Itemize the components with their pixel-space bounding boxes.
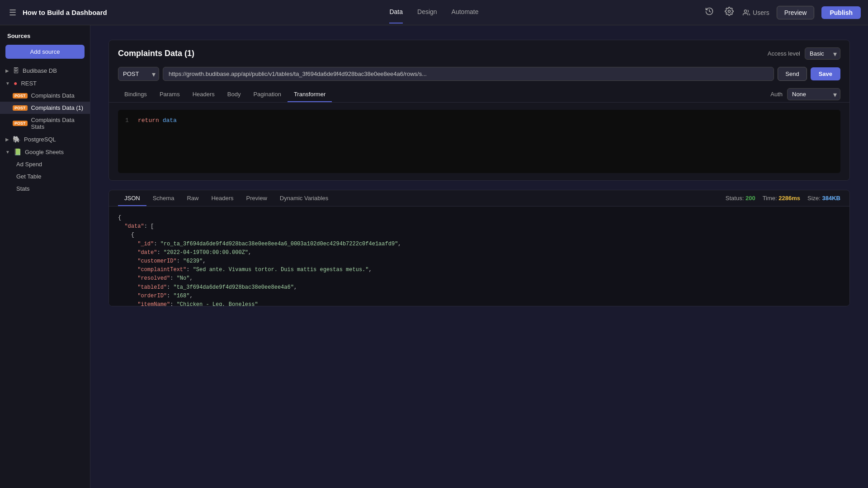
sidebar-label-google-sheets: Google Sheets [25, 149, 64, 155]
sidebar-item-budibase-db[interactable]: ▶ 🗄 Budibase DB [0, 64, 90, 77]
json-line: { [118, 231, 840, 239]
menu-icon[interactable]: ☰ [7, 6, 18, 19]
time-value: 2286ms [778, 195, 800, 202]
tab-data[interactable]: Data [389, 8, 403, 17]
topbar-right: Users Preview Publish [743, 5, 861, 20]
sidebar-item-complaints-data-stats[interactable]: POST Complaints Data Stats [0, 114, 90, 133]
sidebar-label-rest: REST [21, 80, 37, 87]
response-status-area: Status: 200 Time: 2286ms Size: 384KB [726, 195, 840, 202]
post-badge-1: POST [13, 105, 28, 111]
sidebar-item-rest[interactable]: ▼ ● REST [0, 77, 90, 89]
tab-bindings[interactable]: Bindings [118, 86, 153, 102]
sidebar-label-ad-spend: Ad Spend [16, 161, 42, 168]
app-title: How to Build a Dashboard [23, 9, 107, 16]
method-select[interactable]: POST GET PUT DELETE [118, 67, 159, 81]
json-line: "data": [ [118, 222, 840, 231]
response-tab-dynamic-vars[interactable]: Dynamic Variables [274, 190, 335, 206]
chevron-right-icon: ▶ [5, 68, 9, 73]
time-area: Time: 2286ms [763, 195, 800, 202]
query-title: Complaints Data (1) [118, 49, 194, 58]
main-content: Complaints Data (1) Access level Basic P… [90, 25, 868, 488]
svg-point-0 [728, 10, 731, 13]
sidebar-label-budibase-db: Budibase DB [23, 67, 57, 74]
sidebar-item-complaints-data[interactable]: POST Complaints Data [0, 89, 90, 102]
tab-automate[interactable]: Automate [452, 8, 479, 17]
query-tab-bar: Bindings Params Headers Body Pagination … [109, 86, 849, 103]
tab-body[interactable]: Body [221, 86, 247, 102]
response-tab-raw[interactable]: Raw [180, 190, 205, 206]
method-select-wrapper: POST GET PUT DELETE [118, 67, 159, 81]
tab-headers[interactable]: Headers [186, 86, 221, 102]
auth-label: Auth [770, 91, 783, 98]
settings-icon[interactable] [723, 5, 736, 20]
url-input[interactable] [163, 67, 774, 81]
auth-select[interactable]: None Bearer Token Basic Auth [787, 88, 840, 100]
url-bar: POST GET PUT DELETE Send Save [109, 67, 849, 86]
history-icon[interactable] [703, 5, 716, 20]
rest-icon: ● [14, 80, 17, 87]
keyword-return: return [138, 117, 159, 124]
sidebar: Sources Add source ▶ 🗄 Budibase DB ▼ ● R… [0, 25, 90, 488]
sidebar-item-google-sheets[interactable]: ▼ 📗 Google Sheets [0, 145, 90, 158]
code-line-1: 1 return data [125, 117, 833, 124]
code-editor[interactable]: 1 return data [118, 110, 840, 173]
json-line: { [118, 214, 840, 222]
sidebar-item-stats[interactable]: Stats [0, 183, 90, 195]
keyword-data: data [163, 117, 177, 124]
tab-design[interactable]: Design [417, 8, 437, 17]
size-value: 384KB [822, 195, 840, 202]
sidebar-item-postgresql[interactable]: ▶ 🐘 PostgreSQL [0, 133, 90, 145]
status-label: Status: 200 [726, 195, 755, 202]
response-tab-json[interactable]: JSON [118, 190, 146, 206]
access-label: Access level [768, 50, 800, 57]
topbar-center: Data Design Automate [125, 8, 743, 17]
json-line: "date": "2022-04-19T00:00:00.000Z", [118, 249, 840, 257]
pg-icon: 🐘 [13, 136, 20, 143]
add-source-button[interactable]: Add source [5, 45, 85, 59]
response-tab-schema[interactable]: Schema [146, 190, 181, 206]
line-number: 1 [125, 117, 132, 124]
preview-button[interactable]: Preview [777, 6, 815, 19]
users-button[interactable]: Users [743, 9, 769, 16]
users-label: Users [753, 9, 769, 16]
access-select[interactable]: Basic Public Power Admin [805, 47, 840, 60]
auth-select-wrapper: None Bearer Token Basic Auth [787, 88, 840, 100]
sidebar-label-complaints-data: Complaints Data [31, 92, 75, 99]
db-icon: 🗄 [13, 67, 19, 74]
svg-point-1 [744, 10, 746, 12]
json-line: "orderID": "168", [118, 292, 840, 300]
topbar-left: ☰ How to Build a Dashboard [7, 6, 125, 19]
save-button[interactable]: Save [811, 67, 840, 80]
response-tab-bar: JSON Schema Raw Headers Preview Dynamic … [109, 190, 849, 206]
json-display: { "data": [ { "_id": "ro_ta_3f694da6de9f… [109, 206, 849, 306]
access-select-wrapper: Basic Public Power Admin [805, 47, 840, 60]
json-line: "complaintText": "Sed ante. Vivamus tort… [118, 266, 840, 274]
tab-transformer[interactable]: Transformer [288, 86, 332, 102]
sources-header: Sources [0, 25, 90, 43]
content-area: Complaints Data (1) Access level Basic P… [90, 25, 868, 488]
sidebar-item-ad-spend[interactable]: Ad Spend [0, 158, 90, 170]
query-panel: Complaints Data (1) Access level Basic P… [108, 40, 850, 181]
query-header: Complaints Data (1) Access level Basic P… [109, 40, 849, 67]
response-panel: JSON Schema Raw Headers Preview Dynamic … [108, 190, 850, 306]
chevron-right-icon-pg: ▶ [5, 137, 9, 142]
json-line: "resolved": "No", [118, 274, 840, 283]
publish-button[interactable]: Publish [821, 6, 861, 19]
access-level-area: Access level Basic Public Power Admin [768, 47, 840, 60]
status-code: 200 [745, 195, 755, 202]
post-badge: POST [13, 93, 28, 99]
send-button[interactable]: Send [778, 67, 807, 81]
response-tab-preview[interactable]: Preview [240, 190, 274, 206]
tab-pagination[interactable]: Pagination [247, 86, 287, 102]
tab-params[interactable]: Params [153, 86, 186, 102]
code-content: return data [138, 117, 177, 124]
chevron-down-icon-gs: ▼ [5, 150, 10, 155]
chevron-down-icon: ▼ [5, 81, 10, 86]
response-tab-headers[interactable]: Headers [205, 190, 240, 206]
post-badge-stats: POST [13, 121, 28, 126]
sidebar-item-complaints-data-1[interactable]: POST Complaints Data (1) [0, 102, 90, 114]
sidebar-label-get-table: Get Table [16, 173, 41, 180]
sidebar-item-get-table[interactable]: Get Table [0, 170, 90, 183]
json-line: "itemName": "Chicken - Leg, Boneless" [118, 300, 840, 306]
main-layout: Sources Add source ▶ 🗄 Budibase DB ▼ ● R… [0, 25, 868, 488]
